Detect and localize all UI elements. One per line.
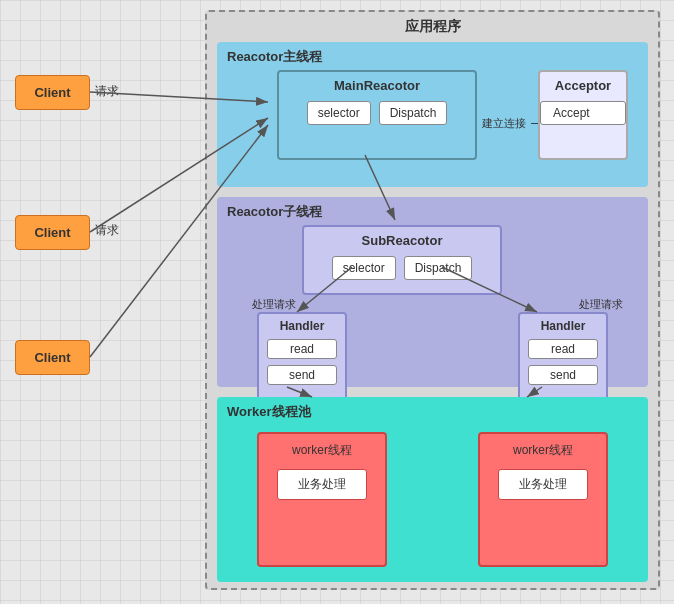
main-reactor-section: Reacotor主线程 MainReacotor selector Dispat… <box>217 42 648 187</box>
client-1-label: Client <box>34 85 70 100</box>
client-2: Client <box>15 215 90 250</box>
send-btn-left: send <box>267 365 337 385</box>
sub-reactor-title: SubReacotor <box>304 233 500 248</box>
worker-thread-right-title: worker线程 <box>480 442 606 459</box>
main-reactor-buttons: selector Dispatch <box>279 101 475 125</box>
worker-section-label: Worker线程池 <box>227 403 311 421</box>
request-label-1: 请求 <box>95 83 119 100</box>
worker-thread-left-title: worker线程 <box>259 442 385 459</box>
selector-btn-main: selector <box>307 101 371 125</box>
worker-section: Worker线程池 worker线程 业务处理 worker线程 业务处理 <box>217 397 648 582</box>
client-3-label: Client <box>34 350 70 365</box>
handler-left-title: Handler <box>259 319 345 333</box>
sub-reactor-box: SubReacotor selector Dispatch <box>302 225 502 295</box>
process-label-right: 处理请求 <box>579 297 623 312</box>
app-title: 应用程序 <box>405 18 461 36</box>
worker-thread-right: worker线程 业务处理 <box>478 432 608 567</box>
request-label-2: 请求 <box>95 222 119 239</box>
read-btn-left: read <box>267 339 337 359</box>
sub-reactor-section: Reacotor子线程 SubReacotor selector Dispatc… <box>217 197 648 387</box>
client-2-label: Client <box>34 225 70 240</box>
acceptor-title: Acceptor <box>540 78 626 93</box>
sub-reactor-buttons: selector Dispatch <box>304 256 500 280</box>
connect-arrow-label: 建立连接 <box>482 116 526 131</box>
main-reactor-title: MainReacotor <box>279 78 475 93</box>
dispatch-btn-sub: Dispatch <box>404 256 473 280</box>
sub-reactor-section-label: Reacotor子线程 <box>227 203 322 221</box>
acceptor-box: Acceptor Accept <box>538 70 628 160</box>
handler-right-title: Handler <box>520 319 606 333</box>
connect-arrow: 建立连接 → <box>482 114 544 132</box>
worker-inner-btn-left: 业务处理 <box>277 469 367 500</box>
worker-inner-btn-right: 业务处理 <box>498 469 588 500</box>
client-3: Client <box>15 340 90 375</box>
main-reactor-box: MainReacotor selector Dispatch <box>277 70 477 160</box>
process-label-left: 处理请求 <box>252 297 296 312</box>
dispatch-btn-main: Dispatch <box>379 101 448 125</box>
worker-thread-left: worker线程 业务处理 <box>257 432 387 567</box>
main-container: 应用程序 Reacotor主线程 MainReacotor selector D… <box>205 10 660 590</box>
main-reactor-section-label: Reacotor主线程 <box>227 48 322 66</box>
selector-btn-sub: selector <box>332 256 396 280</box>
accept-btn: Accept <box>540 101 626 125</box>
send-btn-right: send <box>528 365 598 385</box>
client-1: Client <box>15 75 90 110</box>
read-btn-right: read <box>528 339 598 359</box>
